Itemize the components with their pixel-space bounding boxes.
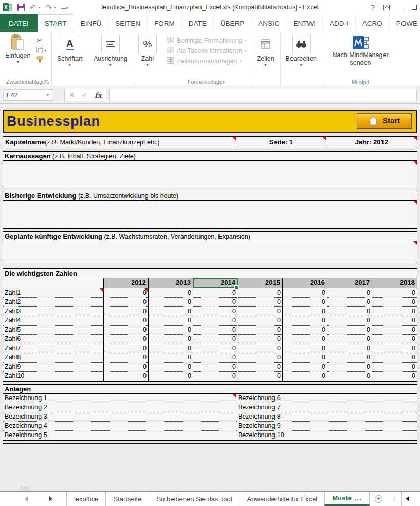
- start-button[interactable]: Start: [357, 113, 412, 129]
- anlagen-cell[interactable]: Bezeichnung 5: [3, 431, 236, 440]
- anlagen-cell[interactable]: Bezeichnung 3: [3, 412, 236, 422]
- ribbon-tab-start[interactable]: START: [38, 14, 74, 32]
- value-cell[interactable]: 0: [104, 298, 149, 307]
- value-cell[interactable]: 0: [104, 288, 149, 298]
- value-cell[interactable]: 0: [104, 316, 149, 326]
- sheet-tab-lexoffice[interactable]: lexoffice: [66, 492, 106, 506]
- value-cell[interactable]: 0: [193, 353, 238, 363]
- cells-button[interactable]: Zellen ▼: [253, 33, 278, 78]
- value-cell[interactable]: 0: [327, 363, 372, 372]
- save-icon[interactable]: [17, 4, 25, 11]
- help-icon[interactable]: ?: [371, 3, 375, 11]
- ribbon-tab-datei[interactable]: DATEI: [0, 14, 38, 32]
- editing-dropdown-icon[interactable]: ▼: [299, 63, 303, 67]
- value-cell[interactable]: 0: [372, 316, 417, 326]
- formula-bar-handle[interactable]: ⋮: [56, 92, 61, 98]
- enter-icon[interactable]: ✓: [82, 91, 87, 99]
- value-cell[interactable]: 0: [104, 353, 149, 363]
- number-button[interactable]: % Zahl ▼: [135, 33, 160, 78]
- value-cell[interactable]: 0: [283, 316, 327, 326]
- value-cell[interactable]: 0: [372, 353, 417, 363]
- year-header-cell[interactable]: 2015: [238, 278, 283, 288]
- year-header-cell[interactable]: 2018: [372, 278, 417, 288]
- minimize-icon[interactable]: [398, 9, 404, 9]
- value-cell[interactable]: 0: [327, 307, 372, 316]
- font-dropdown-icon[interactable]: ▼: [68, 63, 71, 67]
- value-cell[interactable]: 0: [193, 307, 238, 316]
- value-cell[interactable]: 0: [372, 288, 417, 298]
- redo-dropdown-icon[interactable]: ▾: [54, 5, 56, 10]
- value-cell[interactable]: 0: [149, 316, 193, 326]
- ribbon-display-options-icon[interactable]: [383, 5, 390, 10]
- insert-function-icon[interactable]: fx: [95, 91, 102, 99]
- value-cell[interactable]: 0: [238, 298, 283, 307]
- value-cell[interactable]: 0: [104, 307, 149, 316]
- scrollbar-thumb[interactable]: [413, 492, 420, 506]
- anlagen-cell[interactable]: Bezeichnung 1: [3, 394, 236, 403]
- value-cell[interactable]: 0: [283, 307, 327, 316]
- anlagen-cell[interactable]: Bezeichnung 10: [236, 431, 417, 440]
- anlagen-cell[interactable]: Bezeichnung 7: [236, 403, 417, 412]
- paste-dropdown-icon[interactable]: ▼: [16, 60, 20, 64]
- value-cell[interactable]: 0: [238, 344, 283, 353]
- ribbon-tab-add-i[interactable]: ADD-I: [323, 14, 356, 32]
- clipboard-dialog-launcher-icon[interactable]: [45, 80, 50, 85]
- sheet-tab-startseite[interactable]: Startseite: [105, 492, 149, 506]
- ribbon-tab-entwi[interactable]: ENTWI: [287, 14, 323, 32]
- value-cell[interactable]: 0: [238, 363, 283, 372]
- alignment-dropdown-icon[interactable]: ▼: [108, 63, 112, 67]
- year-header-cell[interactable]: 2013: [149, 278, 193, 288]
- section-input-cell[interactable]: [3, 201, 417, 228]
- row-label-cell[interactable]: Zahl1: [3, 288, 104, 298]
- value-cell[interactable]: 0: [193, 372, 238, 381]
- sheet-tab-anwenderhilfe-für-excel[interactable]: Anwenderhilfe für Excel: [240, 492, 325, 506]
- value-cell[interactable]: 0: [283, 353, 327, 363]
- row-label-cell[interactable]: Zahl5: [3, 326, 104, 335]
- anlagen-cell[interactable]: Bezeichnung 2: [3, 403, 236, 412]
- value-cell[interactable]: 0: [372, 344, 417, 353]
- value-cell[interactable]: 0: [149, 326, 193, 335]
- copy-dropdown-icon[interactable]: ▾: [44, 49, 46, 53]
- anlagen-cell[interactable]: Bezeichnung 8: [236, 412, 417, 422]
- value-cell[interactable]: 0: [149, 344, 193, 353]
- paste-button[interactable]: Einfügen ▼: [2, 33, 33, 78]
- ribbon-tab-date[interactable]: DATE: [182, 14, 214, 32]
- anlagen-cell[interactable]: Bezeichnung 6: [236, 394, 417, 403]
- value-cell[interactable]: 0: [104, 344, 149, 353]
- section-header[interactable]: Geplante künftige Entwicklung (z.B. Wach…: [3, 232, 417, 241]
- value-cell[interactable]: 0: [149, 307, 193, 316]
- value-cell[interactable]: 0: [104, 363, 149, 372]
- undo-dropdown-icon[interactable]: ▾: [39, 5, 41, 10]
- row-label-cell[interactable]: Zahl10: [3, 372, 104, 381]
- year-cell[interactable]: Jahr: 2012: [326, 137, 417, 148]
- value-cell[interactable]: 0: [149, 353, 193, 363]
- row-label-cell[interactable]: Zahl3: [3, 307, 104, 316]
- value-cell[interactable]: 0: [283, 298, 327, 307]
- sheet-tab-so-bedienen-sie-das-tool[interactable]: So bedienen Sie das Tool: [149, 492, 240, 506]
- ribbon-tab-acro[interactable]: ACRO: [356, 14, 390, 32]
- value-cell[interactable]: 0: [283, 326, 327, 335]
- name-box-dropdown-icon[interactable]: ▾: [47, 93, 49, 97]
- value-cell[interactable]: 0: [238, 326, 283, 335]
- cells-dropdown-icon[interactable]: ▼: [264, 63, 267, 67]
- value-cell[interactable]: 0: [372, 307, 417, 316]
- value-cell[interactable]: 0: [104, 326, 149, 335]
- row-label-cell[interactable]: Zahl6: [3, 335, 104, 344]
- value-cell[interactable]: 0: [327, 288, 372, 298]
- value-cell[interactable]: 0: [327, 372, 372, 381]
- value-cell[interactable]: 0: [104, 372, 149, 381]
- alignment-button[interactable]: Ausrichtung ▼: [90, 33, 131, 78]
- value-cell[interactable]: 0: [327, 335, 372, 344]
- section-header[interactable]: Kernaussagen (z.B. Inhalt, Strategien, Z…: [3, 152, 417, 161]
- row-label-cell[interactable]: Zahl8: [3, 353, 104, 363]
- page-cell[interactable]: Seite: 1: [236, 137, 326, 148]
- ribbon-tab-form[interactable]: FORM: [148, 14, 182, 32]
- value-cell[interactable]: 0: [283, 288, 327, 298]
- value-cell[interactable]: 0: [149, 298, 193, 307]
- number-dropdown-icon[interactable]: ▼: [145, 63, 149, 67]
- new-sheet-button[interactable]: +: [370, 492, 388, 506]
- value-cell[interactable]: 0: [372, 335, 417, 344]
- value-cell[interactable]: 0: [283, 372, 327, 381]
- numbers-corner-cell[interactable]: [3, 278, 104, 288]
- section-input-cell[interactable]: [3, 161, 417, 187]
